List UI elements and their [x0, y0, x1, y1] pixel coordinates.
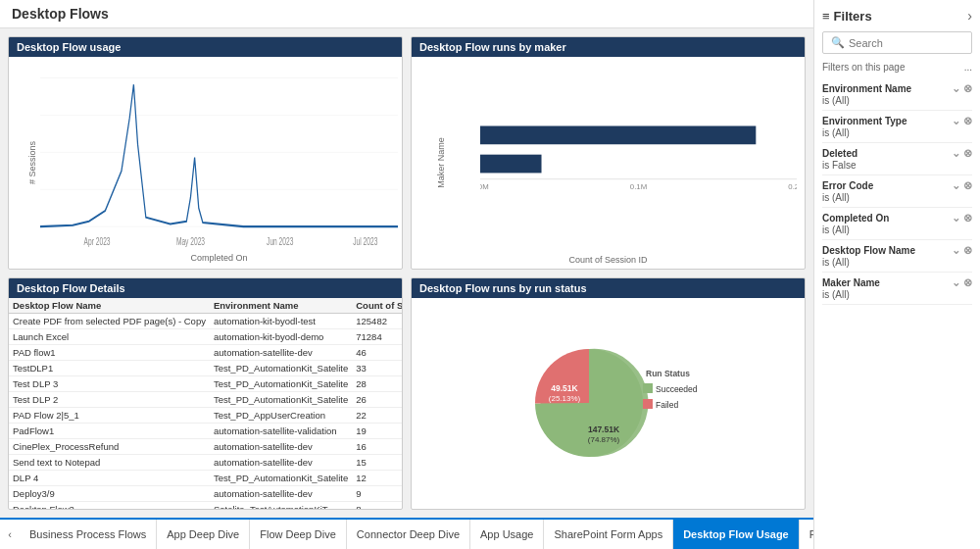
cell-env: Satelite_TestAutomationKiT: [210, 501, 352, 509]
filter-icons: ⌄ ⊗: [952, 276, 972, 289]
filter-chevron-icon: ⌄: [952, 276, 960, 289]
svg-rect-17: [480, 155, 542, 174]
cell-flow-name: Test DLP 3: [9, 375, 210, 391]
cell-flow-name: Test DLP 2: [9, 391, 210, 407]
cell-count: 19: [352, 423, 402, 438]
filter-error-code[interactable]: Error Code ⌄ ⊗ is (All): [822, 175, 972, 208]
filter-clear-icon: ⊗: [963, 82, 972, 95]
table-row[interactable]: PadFlow1 automation-satellite-validation…: [9, 423, 402, 438]
svg-rect-28: [643, 399, 653, 409]
details-card: Desktop Flow Details Desktop Flow Name E…: [8, 277, 403, 511]
filter-value: is False: [822, 160, 972, 171]
details-table: Desktop Flow Name Environment Name Count…: [9, 298, 402, 510]
cell-env: Test_PD_AutomationKit_Satelite: [210, 375, 352, 391]
table-row[interactable]: CinePlex_ProcessRefund automation-satell…: [9, 438, 402, 454]
table-row[interactable]: PAD flow1 automation-satellite-dev 46 5/…: [9, 344, 402, 360]
table-row[interactable]: PAD Flow 2|5_1 Test_PD_AppUserCreation 2…: [9, 407, 402, 423]
filter-value: is (All): [822, 95, 972, 106]
cell-flow-name: Send text to Notepad: [9, 454, 210, 470]
filter-maker-name[interactable]: Maker Name ⌄ ⊗ is (All): [822, 273, 972, 305]
filter-environment-type[interactable]: Environment Type ⌄ ⊗ is (All): [822, 111, 972, 143]
svg-text:49.51K: 49.51K: [551, 383, 578, 393]
svg-text:Failed: Failed: [656, 400, 678, 410]
svg-text:Jun 2023: Jun 2023: [267, 235, 293, 247]
maker-card: Desktop Flow runs by maker Maker Name Ne…: [411, 36, 806, 270]
svg-rect-26: [643, 383, 653, 393]
cell-flow-name: Desktop Flow2: [9, 501, 210, 509]
svg-text:May 2023: May 2023: [176, 235, 205, 247]
main-wrapper: Desktop Flows Desktop Flow usage # Sessi…: [0, 0, 980, 549]
cell-env: automation-satellite-validation: [210, 423, 352, 438]
table-row[interactable]: TestDLP1 Test_PD_AutomationKit_Satelite …: [9, 360, 402, 375]
usage-svg: 80K 60K 40K 20K 0K Apr 2023 May 2023 Jun…: [40, 65, 398, 251]
tab-power-apps-adoption[interactable]: Power Apps Adoption: [800, 520, 813, 549]
filter-value: is (All): [822, 289, 972, 300]
svg-text:0.0M: 0.0M: [480, 182, 489, 191]
tab-sharepoint-form-apps[interactable]: SharePoint Form Apps: [544, 520, 673, 549]
table-row[interactable]: Send text to Notepad automation-satellit…: [9, 454, 402, 470]
tab-app-deep-dive[interactable]: App Deep Dive: [157, 520, 250, 549]
filters-header: ≡ Filters ›: [822, 8, 972, 24]
filter-completed-on[interactable]: Completed On ⌄ ⊗ is (All): [822, 208, 972, 240]
svg-text:Jul 2023: Jul 2023: [353, 235, 377, 247]
filter-value: is (All): [822, 127, 972, 138]
filter-label: Environment Name ⌄ ⊗: [822, 82, 972, 95]
filter-chevron-icon: ⌄: [952, 147, 960, 160]
cell-count: 9: [352, 485, 402, 501]
svg-text:0.1M: 0.1M: [630, 182, 647, 191]
usage-card-title: Desktop Flow usage: [9, 37, 402, 57]
table-row[interactable]: Create PDF from selected PDF page(s) - C…: [9, 313, 402, 328]
search-input[interactable]: [849, 37, 963, 49]
content-area: Desktop Flows Desktop Flow usage # Sessi…: [0, 0, 813, 549]
filter-icons: ⌄ ⊗: [952, 115, 972, 127]
table-row[interactable]: Test DLP 3 Test_PD_AutomationKit_Satelit…: [9, 375, 402, 391]
table-row[interactable]: Test DLP 2 Test_PD_AutomationKit_Satelit…: [9, 391, 402, 407]
cell-env: automation-satellite-dev: [210, 438, 352, 454]
run-status-svg: 49.51K (25.13%) 147.51K (74.87%) Succeed…: [501, 334, 716, 472]
cell-env: automation-satellite-dev: [210, 344, 352, 360]
tab-desktop-flow-usage[interactable]: Desktop Flow Usage: [673, 520, 800, 549]
filter-desktop-flow-name[interactable]: Desktop Flow Name ⌄ ⊗ is (All): [822, 240, 972, 273]
filter-deleted[interactable]: Deleted ⌄ ⊗ is False: [822, 143, 972, 175]
cell-flow-name: Deploy3/9: [9, 485, 210, 501]
cell-flow-name: TestDLP1: [9, 360, 210, 375]
cell-count: 71284: [352, 328, 402, 344]
tab-flow-deep-dive[interactable]: Flow Deep Dive: [250, 520, 347, 549]
tab-connector-deep-dive[interactable]: Connector Deep Dive: [347, 520, 470, 549]
cell-count: 22: [352, 407, 402, 423]
cell-flow-name: Create PDF from selected PDF page(s) - C…: [9, 313, 210, 328]
cell-env: automation-kit-byodl-test: [210, 313, 352, 328]
cell-env: automation-satellite-dev: [210, 485, 352, 501]
svg-rect-16: [480, 125, 756, 144]
filter-clear-icon: ⊗: [963, 212, 972, 225]
details-table-area[interactable]: Desktop Flow Name Environment Name Count…: [9, 298, 402, 510]
tab-business-process-flows[interactable]: Business Process Flows: [20, 520, 157, 549]
cell-count: 46: [352, 344, 402, 360]
usage-x-label: Completed On: [40, 253, 398, 265]
maker-svg: Nestor Wilks Nathan Rigby 0.0M 0.1M 0.2M: [480, 65, 797, 249]
dashboard-body: Desktop Flow usage # Sessions 80K 60K 40…: [0, 28, 813, 518]
filter-environment-name[interactable]: Environment Name ⌄ ⊗ is (All): [822, 78, 972, 111]
tab-nav-left[interactable]: ‹: [0, 520, 20, 549]
cell-count: 16: [352, 438, 402, 454]
filter-clear-icon: ⊗: [963, 147, 972, 160]
cell-env: automation-kit-byodl-demo: [210, 328, 352, 344]
table-row[interactable]: Deploy3/9 automation-satellite-dev 9 5/1…: [9, 485, 402, 501]
table-row[interactable]: DLP 4 Test_PD_AutomationKit_Satelite 12 …: [9, 470, 402, 485]
svg-text:Run Status: Run Status: [646, 369, 690, 378]
filter-label: Error Code ⌄ ⊗: [822, 179, 972, 192]
filter-icons: ⌄ ⊗: [952, 82, 972, 95]
maker-x-label: Count of Session ID: [412, 255, 805, 265]
filter-items: Environment Name ⌄ ⊗ is (All) Environmen…: [822, 78, 972, 305]
svg-text:Succeeded: Succeeded: [656, 384, 698, 394]
cell-env: Test_PD_AppUserCreation: [210, 407, 352, 423]
usage-y-label: # Sessions: [27, 141, 37, 184]
filters-close-btn[interactable]: ›: [967, 8, 972, 24]
table-row[interactable]: Desktop Flow2 Satelite_TestAutomationKiT…: [9, 501, 402, 509]
cell-count: 33: [352, 360, 402, 375]
table-row[interactable]: Launch Excel automation-kit-byodl-demo 7…: [9, 328, 402, 344]
col-count: Count of Session ID: [352, 298, 402, 314]
usage-chart-area: # Sessions 80K 60K 40K 20K 0K: [9, 57, 402, 269]
search-box[interactable]: 🔍: [822, 31, 972, 54]
tab-app-usage[interactable]: App Usage: [470, 520, 544, 549]
